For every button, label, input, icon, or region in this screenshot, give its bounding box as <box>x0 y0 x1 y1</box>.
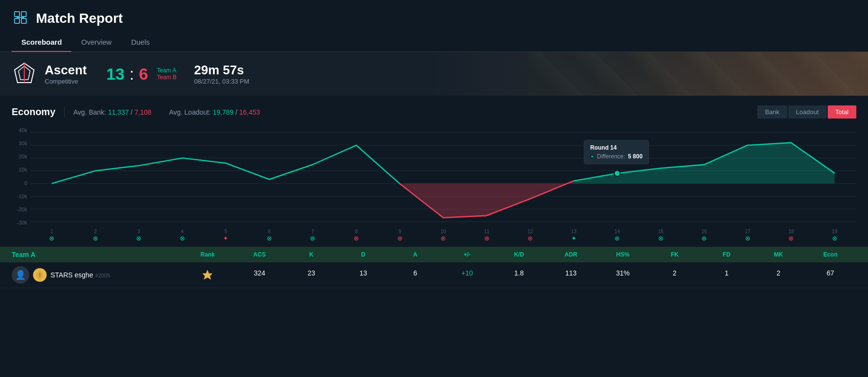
round-13-icon: ✦ <box>571 235 577 242</box>
svg-marker-24 <box>203 270 212 279</box>
economy-chart: 40k 30k 20k 10k 0 -10k -20k -30k <box>12 125 856 242</box>
svg-marker-20 <box>400 181 574 218</box>
tab-duels[interactable]: Duels <box>121 33 159 52</box>
round-7-icon: ⊗ <box>310 235 315 242</box>
team-a-header: Team A Rank ACS K D A +/- K/D ADR HS% FK… <box>0 247 868 262</box>
team-b-label: Team B <box>157 74 177 81</box>
y-label-0: 0 <box>12 180 30 186</box>
player-rank <box>182 269 234 281</box>
map-logo <box>12 61 37 86</box>
round-8-label: 8 ⊗ <box>335 228 378 242</box>
economy-divider <box>64 107 65 118</box>
round-12-icon: ⊗ <box>528 235 533 242</box>
match-banner: Ascent Competitive 13 : 6 Team A Team B … <box>0 52 868 96</box>
col-econ: Econ <box>804 251 856 258</box>
tab-overview[interactable]: Overview <box>71 33 121 52</box>
avg-loadout-stat: Avg. Loadout: 19,789 / 16,453 <box>169 108 260 116</box>
round-18-label: 18 ⊗ <box>769 228 813 242</box>
player-mk: 2 <box>752 269 804 281</box>
loadout-button[interactable]: Loadout <box>788 105 827 119</box>
score-team-b: 6 <box>139 65 148 84</box>
player-fd: 1 <box>700 269 752 281</box>
economy-section: Economy Avg. Bank: 11,337 / 7,108 Avg. L… <box>0 96 868 242</box>
y-label-neg10k: -10k <box>12 193 30 199</box>
player-stats: 324 23 13 6 +10 1.8 113 31% 2 1 2 67 <box>182 269 856 281</box>
tabs-bar: Scoreboard Overview Duels <box>0 33 868 52</box>
team-a-label: Team A <box>157 67 177 74</box>
player-row: 👤 STARS esghe #2005 32 <box>0 262 868 288</box>
svg-rect-3 <box>21 18 26 23</box>
agent-icon <box>33 268 47 282</box>
round-15-label: 15 ⊗ <box>639 228 682 242</box>
round-5-label: 5 ✦ <box>204 228 248 242</box>
round-4-icon: ⊗ <box>180 235 185 242</box>
player-adr: 113 <box>545 269 597 281</box>
round-13-label: 13 ✦ <box>552 228 596 242</box>
match-date: 08/27/21, 03:33 PM <box>194 78 249 85</box>
player-acs: 324 <box>234 269 286 281</box>
svg-rect-1 <box>21 12 26 17</box>
round-15-icon: ⊗ <box>658 235 664 242</box>
score-separator: : <box>130 65 134 84</box>
player-kd: 1.8 <box>493 269 545 281</box>
col-d: D <box>338 251 390 258</box>
col-hs: HS% <box>597 251 649 258</box>
round-18-icon: ⊗ <box>788 235 794 242</box>
round-16-label: 16 ⊗ <box>682 228 726 242</box>
y-label-10k: 10k <box>12 167 30 172</box>
round-4-label: 4 ⊗ <box>161 228 204 242</box>
col-acs: ACS <box>234 251 286 258</box>
col-fk: FK <box>649 251 701 258</box>
round-9-label: 9 ⊗ <box>378 228 422 242</box>
player-k: 23 <box>286 269 338 281</box>
round-14-label: 14 ⊗ <box>596 228 639 242</box>
round-3-label: 3 ⊗ <box>117 228 161 242</box>
col-pm: +/- <box>441 251 493 258</box>
chart-x-axis: 1 ⊗ 2 ⊗ 3 ⊗ 4 ⊗ 5 ✦ 6 ⊗ <box>30 228 856 242</box>
round-1-label: 1 ⊗ <box>30 228 74 242</box>
player-econ: 67 <box>804 269 856 281</box>
player-hs: 31% <box>597 269 649 281</box>
svg-point-21 <box>614 170 620 176</box>
player-avatar: 👤 <box>12 266 29 284</box>
round-2-icon: ⊗ <box>93 235 98 242</box>
col-a: A <box>389 251 441 258</box>
round-17-label: 17 ⊗ <box>726 228 770 242</box>
tab-scoreboard[interactable]: Scoreboard <box>12 33 71 52</box>
col-fd: FD <box>700 251 752 258</box>
svg-rect-2 <box>15 18 19 23</box>
map-info: Ascent Competitive <box>45 63 87 85</box>
round-14-icon: ⊗ <box>614 235 620 242</box>
col-kd: K/D <box>493 251 545 258</box>
match-duration: 29m 57s <box>194 63 249 78</box>
round-8-icon: ⊗ <box>354 235 359 242</box>
round-12-label: 12 ⊗ <box>509 228 552 242</box>
round-7-label: 7 ⊗ <box>291 228 335 242</box>
total-button[interactable]: Total <box>828 105 856 119</box>
economy-header: Economy Avg. Bank: 11,337 / 7,108 Avg. L… <box>12 105 856 119</box>
svg-marker-19 <box>574 143 835 184</box>
y-label-30k: 30k <box>12 140 30 146</box>
round-6-label: 6 ⊗ <box>248 228 291 242</box>
svg-marker-18 <box>52 145 400 184</box>
y-label-20k: 20k <box>12 154 30 159</box>
round-10-label: 10 ⊗ <box>422 228 465 242</box>
round-11-label: 11 ⊗ <box>465 228 509 242</box>
player-name: STARS esghe #2005 <box>51 271 110 279</box>
bank-button[interactable]: Bank <box>757 105 787 119</box>
team-labels: Team A Team B <box>157 67 177 81</box>
col-adr: ADR <box>545 251 597 258</box>
player-d: 13 <box>338 269 390 281</box>
header: Match Report <box>0 0 868 33</box>
svg-rect-0 <box>15 12 19 17</box>
avg-bank-stat: Avg. Bank: 11,337 / 7,108 <box>73 108 152 116</box>
economy-buttons: Bank Loadout Total <box>757 105 856 119</box>
col-mk: MK <box>752 251 804 258</box>
chart-svg-area: Round 14 Difference: 5 800 <box>30 125 856 227</box>
round-17-icon: ⊗ <box>745 235 750 242</box>
map-mode: Competitive <box>45 78 87 85</box>
round-3-icon: ⊗ <box>136 235 141 242</box>
round-19-label: 19 ⊗ <box>813 228 857 242</box>
y-label-neg30k: -30k <box>12 220 30 225</box>
player-info-cell: 👤 STARS esghe #2005 <box>12 266 182 284</box>
